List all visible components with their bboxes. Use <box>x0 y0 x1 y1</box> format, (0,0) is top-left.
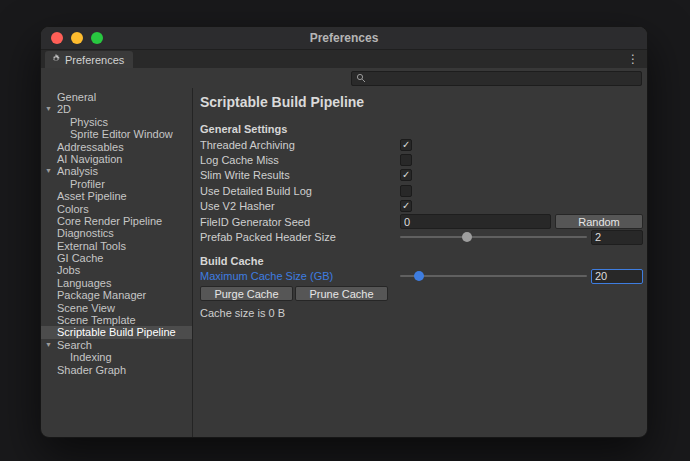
sidebar-item-scene-template[interactable]: Scene Template <box>41 314 192 326</box>
slider-handle[interactable] <box>462 232 472 242</box>
tab-label: Preferences <box>65 54 124 66</box>
maximum-cache-size-input[interactable] <box>591 269 643 284</box>
sidebar-item-scene-view[interactable]: Scene View <box>41 302 192 314</box>
sidebar-item-colors[interactable]: Colors <box>41 203 192 215</box>
sidebar-item-general[interactable]: General <box>41 91 192 103</box>
prune-cache-button[interactable]: Prune Cache <box>295 286 388 301</box>
log-cache-miss-checkbox[interactable] <box>400 154 412 166</box>
window-title: Preferences <box>310 31 379 45</box>
window-titlebar[interactable]: Preferences <box>41 27 647 50</box>
sidebar-item-profiler[interactable]: Profiler <box>41 178 192 190</box>
foldout-arrow-icon[interactable]: ▼ <box>45 165 52 178</box>
sidebar-item-physics[interactable]: Physics <box>41 116 192 128</box>
section-header-build-cache: Build Cache <box>200 254 643 268</box>
setting-row-maximum-cache-size: Maximum Cache Size (GB) <box>200 269 643 284</box>
tab-preferences[interactable]: Preferences <box>45 51 133 68</box>
purge-cache-button[interactable]: Purge Cache <box>200 286 293 301</box>
foldout-arrow-icon[interactable]: ▼ <box>45 339 52 352</box>
close-window-button[interactable] <box>51 32 63 44</box>
tab-strip: Preferences ⋮ <box>41 50 647 68</box>
search-row <box>41 68 647 88</box>
slider-handle[interactable] <box>414 271 424 281</box>
preferences-window: Preferences Preferences ⋮ General ▼2D Ph… <box>40 26 648 438</box>
search-icon <box>356 69 366 87</box>
minimize-window-button[interactable] <box>71 32 83 44</box>
sidebar-item-gi-cache[interactable]: GI Cache <box>41 252 192 264</box>
prefab-packed-header-size-input[interactable] <box>591 230 643 245</box>
traffic-lights <box>51 32 103 44</box>
cache-size-status: Cache size is 0 B <box>200 307 643 319</box>
slim-write-results-checkbox[interactable] <box>400 169 412 181</box>
setting-row-fileid-generator-seed: FileID Generator Seed Random <box>200 214 643 229</box>
sidebar-item-analysis[interactable]: ▼Analysis <box>41 165 192 177</box>
slider-track[interactable] <box>400 275 587 277</box>
content-area: General ▼2D Physics Sprite Editor Window… <box>41 88 647 438</box>
search-field[interactable] <box>351 71 642 86</box>
foldout-arrow-icon[interactable]: ▼ <box>45 103 52 116</box>
gear-icon <box>51 54 61 66</box>
sidebar-item-asset-pipeline[interactable]: Asset Pipeline <box>41 190 192 202</box>
use-v2-hasher-checkbox[interactable] <box>400 200 412 212</box>
threaded-archiving-checkbox[interactable] <box>400 139 412 151</box>
sidebar-item-search[interactable]: ▼Search <box>41 339 192 351</box>
setting-row-use-v2-hasher: Use V2 Hasher <box>200 199 643 214</box>
sidebar-item-diagnostics[interactable]: Diagnostics <box>41 227 192 239</box>
kebab-menu-icon[interactable]: ⋮ <box>627 52 639 66</box>
sidebar-item-languages[interactable]: Languages <box>41 277 192 289</box>
sidebar-item-ai-navigation[interactable]: AI Navigation <box>41 153 192 165</box>
sidebar-item-jobs[interactable]: Jobs <box>41 264 192 276</box>
sidebar-item-package-manager[interactable]: Package Manager <box>41 289 192 301</box>
sidebar-item-indexing[interactable]: Indexing <box>41 351 192 363</box>
search-input[interactable] <box>369 72 637 84</box>
prefab-packed-header-size-slider[interactable] <box>400 230 587 244</box>
setting-row-prefab-packed-header-size: Prefab Packed Header Size <box>200 229 643 244</box>
slider-track[interactable] <box>400 236 587 238</box>
sidebar: General ▼2D Physics Sprite Editor Window… <box>41 88 193 438</box>
sidebar-item-scriptable-build-pipeline[interactable]: Scriptable Build Pipeline <box>41 326 192 338</box>
section-header-general-settings: General Settings <box>200 122 643 136</box>
setting-row-use-detailed-build-log: Use Detailed Build Log <box>200 183 643 198</box>
sidebar-item-shader-graph[interactable]: Shader Graph <box>41 364 192 376</box>
cache-buttons-row: Purge Cache Prune Cache <box>200 286 643 301</box>
sidebar-item-sprite-editor-window[interactable]: Sprite Editor Window <box>41 128 192 140</box>
setting-row-slim-write-results: Slim Write Results <box>200 168 643 183</box>
sidebar-item-external-tools[interactable]: External Tools <box>41 240 192 252</box>
setting-row-threaded-archiving: Threaded Archiving <box>200 137 643 152</box>
zoom-window-button[interactable] <box>91 32 103 44</box>
use-detailed-build-log-checkbox[interactable] <box>400 185 412 197</box>
maximum-cache-size-slider[interactable] <box>400 269 587 283</box>
setting-row-log-cache-miss: Log Cache Miss <box>200 152 643 167</box>
page-title: Scriptable Build Pipeline <box>200 94 643 110</box>
settings-panel: Scriptable Build Pipeline General Settin… <box>193 88 647 438</box>
sidebar-item-2d[interactable]: ▼2D <box>41 103 192 115</box>
fileid-generator-seed-input[interactable] <box>400 214 551 229</box>
sidebar-item-addressables[interactable]: Addressables <box>41 141 192 153</box>
random-button[interactable]: Random <box>555 214 643 229</box>
sidebar-item-core-render-pipeline[interactable]: Core Render Pipeline <box>41 215 192 227</box>
